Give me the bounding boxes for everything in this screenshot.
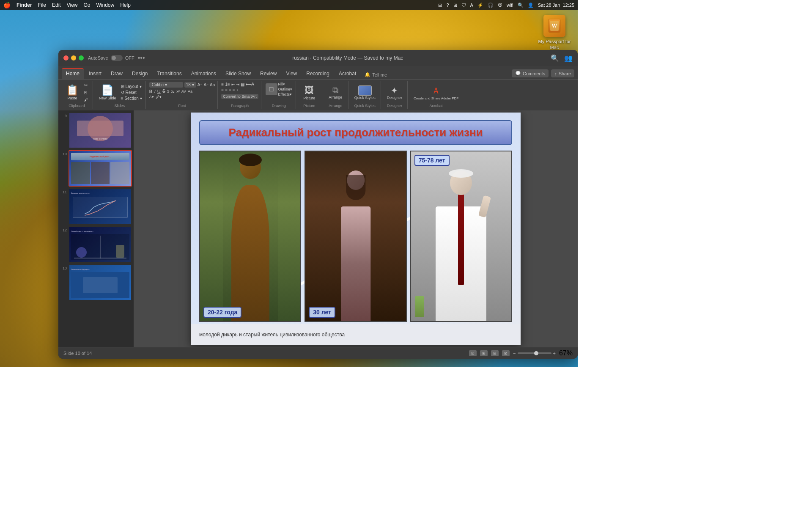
tab-design[interactable]: Design bbox=[128, 69, 152, 79]
apple-menu[interactable]: 🍎 bbox=[3, 2, 11, 8]
minimize-button[interactable] bbox=[71, 55, 76, 60]
designer-icon: ✦ bbox=[391, 85, 398, 96]
menubar-go[interactable]: Go bbox=[84, 2, 91, 8]
close-button[interactable] bbox=[63, 55, 69, 60]
copy-button[interactable]: ⎘ bbox=[82, 89, 90, 96]
align-right[interactable]: ≡ bbox=[229, 88, 231, 92]
layout-button[interactable]: ⊞ Layout ▾ bbox=[120, 84, 143, 89]
bold-button[interactable]: B bbox=[149, 89, 153, 94]
paste-button[interactable]: 📋 Paste bbox=[63, 83, 81, 102]
slide-image-9[interactable]: slide content bbox=[69, 112, 132, 148]
zoom-thumb[interactable] bbox=[534, 351, 538, 355]
menubar-finder[interactable]: Finder bbox=[16, 2, 32, 8]
presenter-view-button[interactable]: ⊠ bbox=[502, 350, 510, 356]
columns-button[interactable]: ▦ bbox=[241, 82, 244, 87]
tab-recording[interactable]: Recording bbox=[302, 69, 334, 79]
maximize-button[interactable] bbox=[79, 55, 84, 60]
slide-image-12[interactable]: Новый этап — эволюция... bbox=[69, 226, 132, 263]
tab-slide-show[interactable]: Slide Show bbox=[221, 69, 255, 79]
change-case-button[interactable]: Aa bbox=[188, 89, 192, 93]
italic-button[interactable]: I bbox=[154, 89, 156, 94]
line-spacing[interactable]: ↕ bbox=[236, 88, 239, 92]
shape-outline-button[interactable]: Outline▾ bbox=[278, 87, 293, 91]
superscript-button[interactable]: x² bbox=[176, 89, 180, 93]
autosave-toggle[interactable] bbox=[111, 55, 123, 61]
slide-image-11[interactable]: Влияние интеллекта... bbox=[69, 188, 132, 225]
decrease-indent[interactable]: ⇤ bbox=[231, 82, 235, 87]
designer-button[interactable]: ✦ Designer bbox=[384, 84, 405, 102]
picture-button[interactable]: 🖼 Picture bbox=[300, 83, 318, 102]
more-options-button[interactable]: ••• bbox=[138, 54, 145, 62]
desktop-icon-passport[interactable]: W My Passport for Mac bbox=[538, 15, 571, 51]
numbering-button[interactable]: 1≡ bbox=[225, 82, 230, 87]
slide-thumb-13[interactable]: 13 Осмыслить будущее... bbox=[60, 264, 132, 301]
font-size-increase[interactable]: A⁺ bbox=[198, 82, 203, 87]
slide-panel[interactable]: 9 slide content bbox=[58, 110, 134, 347]
font-color-button[interactable]: A▾ bbox=[149, 95, 154, 99]
char-spacing-button[interactable]: AV bbox=[181, 89, 186, 93]
text-direction[interactable]: ⟵A bbox=[246, 82, 255, 87]
justify[interactable]: ≡ bbox=[233, 88, 235, 92]
zoom-minus-button[interactable]: − bbox=[513, 351, 516, 356]
tab-home[interactable]: Home bbox=[62, 68, 84, 79]
image-medieval-person: 30 лет bbox=[304, 151, 406, 322]
comments-button[interactable]: 💬 Comments bbox=[512, 69, 549, 77]
share-people-icon[interactable]: 👥 bbox=[564, 54, 573, 62]
font-size-decrease[interactable]: A⁻ bbox=[203, 82, 208, 87]
section-chevron: ▾ bbox=[140, 96, 142, 101]
slide-thumb-11[interactable]: 11 Влияние интеллекта... bbox=[60, 188, 132, 225]
subscript-button[interactable]: x₂ bbox=[171, 89, 175, 93]
menubar-help[interactable]: Help bbox=[120, 2, 131, 8]
tab-transitions[interactable]: Transitions bbox=[153, 69, 186, 79]
section-button[interactable]: ≡ Section ▾ bbox=[120, 96, 143, 101]
tab-review[interactable]: Review bbox=[256, 69, 281, 79]
menubar-edit[interactable]: Edit bbox=[52, 2, 61, 8]
slide-image-10[interactable]: Радикальный рост... bbox=[69, 150, 132, 187]
tab-view[interactable]: View bbox=[282, 69, 301, 79]
align-center[interactable]: ≡ bbox=[225, 88, 228, 92]
tab-acrobat[interactable]: Acrobat bbox=[335, 69, 360, 79]
new-slide-button[interactable]: 📄 New Slide bbox=[96, 83, 119, 102]
menubar-view[interactable]: View bbox=[67, 2, 78, 8]
reading-view-button[interactable]: ⊟ bbox=[491, 350, 499, 356]
quick-styles-button[interactable]: Quick Styles bbox=[352, 84, 378, 102]
slide-thumb-9[interactable]: 9 slide content bbox=[60, 112, 132, 148]
slide-thumb-12[interactable]: 12 Новый этап — эволюция... bbox=[60, 226, 132, 263]
align-left[interactable]: ≡ bbox=[221, 88, 224, 92]
menubar-window[interactable]: Window bbox=[96, 2, 115, 8]
underline-button[interactable]: U bbox=[157, 89, 161, 94]
strikethrough-button[interactable]: S̶ bbox=[162, 88, 165, 94]
menubar-person-icon[interactable]: 👤 bbox=[528, 3, 534, 8]
arrange-button[interactable]: ⧉ Arrange bbox=[326, 84, 345, 101]
tab-insert[interactable]: Insert bbox=[85, 69, 106, 79]
font-family-dropdown[interactable]: Calibri ▾ bbox=[149, 82, 183, 88]
shape-selector[interactable]: □ bbox=[266, 83, 277, 95]
clear-format-button[interactable]: Aa bbox=[210, 82, 215, 87]
convert-smartart-button[interactable]: Convert to SmartArt bbox=[221, 94, 258, 99]
slide-canvas[interactable]: Радикальный рост продолжительности жизни bbox=[191, 113, 521, 345]
normal-view-button[interactable]: ⊡ bbox=[469, 350, 477, 356]
tell-me-input[interactable]: Tell me bbox=[372, 72, 387, 77]
slide-thumb-10[interactable]: 10 Радикальный рост... bbox=[60, 150, 132, 187]
shape-fill-button[interactable]: Fill▾ bbox=[278, 82, 293, 86]
menubar-file[interactable]: File bbox=[38, 2, 46, 8]
slide-sorter-button[interactable]: ⊞ bbox=[480, 350, 488, 356]
zoom-track[interactable] bbox=[518, 352, 551, 354]
bullets-button[interactable]: ≡ bbox=[221, 82, 224, 87]
create-share-pdf-button[interactable]: Ａ Create and Share Adobe PDF bbox=[411, 83, 461, 102]
tab-animations[interactable]: Animations bbox=[187, 69, 220, 79]
tab-draw[interactable]: Draw bbox=[107, 69, 127, 79]
increase-indent[interactable]: ⇥ bbox=[236, 82, 239, 87]
cut-button[interactable]: ✂ bbox=[82, 82, 90, 88]
highlight-button[interactable]: 🖊▾ bbox=[156, 95, 162, 99]
shape-effects-button[interactable]: Effects▾ bbox=[278, 92, 293, 96]
font-size-dropdown[interactable]: 18 ▾ bbox=[184, 82, 196, 88]
slide-image-13[interactable]: Осмыслить будущее... bbox=[69, 264, 132, 301]
zoom-plus-button[interactable]: + bbox=[553, 351, 556, 356]
format-painter-button[interactable]: 🖌 bbox=[82, 96, 90, 103]
search-window-icon[interactable]: 🔍 bbox=[551, 54, 559, 62]
shadow-button[interactable]: S bbox=[167, 89, 170, 93]
share-button[interactable]: ↑ Share bbox=[551, 69, 574, 77]
reset-button[interactable]: ↺ Reset bbox=[120, 90, 143, 95]
menubar-search-icon[interactable]: 🔍 bbox=[518, 3, 524, 8]
